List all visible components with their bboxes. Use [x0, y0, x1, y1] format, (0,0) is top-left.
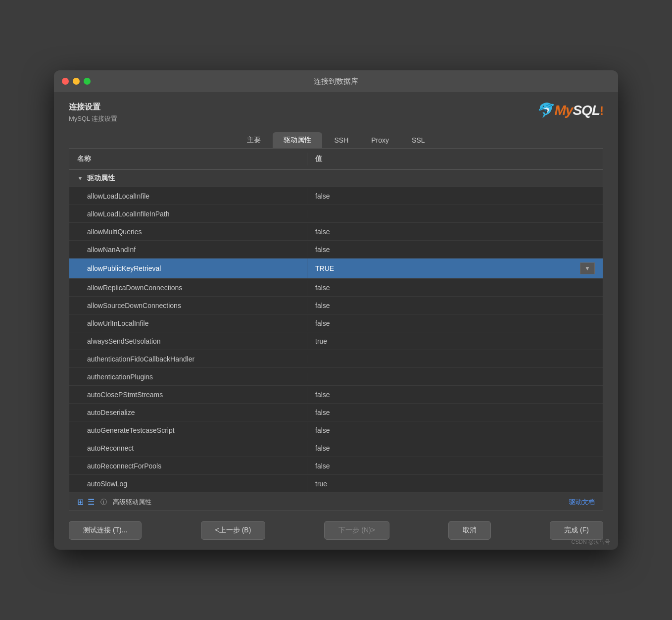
- advanced-label: 高级驱动属性: [113, 498, 151, 507]
- table-header: 名称 值: [69, 149, 603, 170]
- row-value: [307, 355, 603, 363]
- row-name: allowLoadLocalInfileInPath: [69, 206, 307, 222]
- row-name: autoDeserialize: [69, 405, 307, 420]
- maximize-button[interactable]: [84, 78, 91, 85]
- row-value: false: [307, 315, 603, 331]
- dropdown-arrow-icon[interactable]: ▼: [580, 262, 595, 274]
- table-row[interactable]: allowLoadLocalInfile false: [69, 187, 603, 205]
- table-row[interactable]: allowNanAndInf false: [69, 241, 603, 258]
- row-name: autoSlowLog: [69, 476, 307, 492]
- row-name: authenticationPlugins: [69, 369, 307, 385]
- table-row[interactable]: allowSourceDownConnections false: [69, 297, 603, 314]
- table-row[interactable]: autoReconnectForPools false: [69, 457, 603, 475]
- row-name: allowUrlInLocalInfile: [69, 315, 307, 331]
- row-name: allowReplicaDownConnections: [69, 280, 307, 296]
- cancel-button[interactable]: 取消: [448, 521, 491, 540]
- section-header-driver[interactable]: ▼ 驱动属性: [69, 170, 603, 187]
- row-value: false: [307, 422, 603, 438]
- row-value: true: [307, 333, 603, 349]
- column-name-header: 名称: [69, 153, 307, 165]
- row-value: false: [307, 188, 603, 204]
- row-name: allowMultiQueries: [69, 224, 307, 240]
- header-left: 连接设置 MySQL 连接设置: [69, 102, 117, 123]
- row-name: allowLoadLocalInfile: [69, 188, 307, 204]
- table-row[interactable]: allowReplicaDownConnections false: [69, 279, 603, 297]
- table-row[interactable]: autoReconnect false: [69, 439, 603, 457]
- row-value: true: [307, 476, 603, 492]
- close-button[interactable]: [62, 78, 69, 85]
- table-row[interactable]: alwaysSendSetIsolation true: [69, 332, 603, 350]
- row-name: authenticationFidoCallbackHandler: [69, 351, 307, 367]
- table-row[interactable]: autoSlowLog true: [69, 475, 603, 493]
- section-title: 连接设置: [69, 102, 117, 112]
- row-name: allowNanAndInf: [69, 242, 307, 258]
- add-icon[interactable]: ⊞: [77, 497, 84, 507]
- properties-table: 名称 值 ▼ 驱动属性 allowLoadLocalInfile false: [69, 148, 603, 511]
- section-header-label: 驱动属性: [87, 174, 115, 183]
- table-row[interactable]: allowUrlInLocalInfile false: [69, 314, 603, 332]
- row-name: allowSourceDownConnections: [69, 298, 307, 313]
- finish-button[interactable]: 完成 (F): [550, 521, 603, 540]
- content-area: 连接设置 MySQL 连接设置 🐬 MySQL! 主要 驱动属性 SSH Pro…: [54, 92, 618, 511]
- toolbar-icons: ⊞ ☰ ⓘ: [77, 497, 107, 507]
- next-step-button[interactable]: 下一步 (N)>: [324, 521, 389, 540]
- info-icon: ⓘ: [100, 498, 107, 507]
- chevron-down-icon: ▼: [77, 175, 83, 182]
- window-controls[interactable]: [62, 78, 91, 85]
- mysql-text: MySQL!: [555, 103, 603, 118]
- row-name: autoClosePStmtStreams: [69, 387, 307, 403]
- tab-main[interactable]: 主要: [236, 132, 272, 148]
- row-value: false: [307, 387, 603, 403]
- row-value: false: [307, 458, 603, 474]
- row-name: autoReconnect: [69, 440, 307, 456]
- table-row[interactable]: authenticationPlugins: [69, 368, 603, 386]
- row-value: TRUE ▼: [307, 258, 603, 278]
- tab-ssl[interactable]: SSL: [401, 132, 435, 148]
- test-connection-button[interactable]: 测试连接 (T)...: [69, 521, 142, 540]
- table-row[interactable]: autoGenerateTestcaseScript false: [69, 421, 603, 439]
- table-row-selected[interactable]: allowPublicKeyRetrieval TRUE ▼: [69, 258, 603, 279]
- prev-step-button[interactable]: <上一步 (B): [201, 521, 266, 540]
- window-title: 连接到数据库: [314, 77, 358, 86]
- row-value: [307, 210, 603, 218]
- section-subtitle: MySQL 连接设置: [69, 114, 117, 123]
- row-value: false: [307, 405, 603, 420]
- watermark: CSDN @汝马号: [572, 538, 610, 546]
- table-row[interactable]: authenticationFidoCallbackHandler: [69, 350, 603, 368]
- table-row[interactable]: autoClosePStmtStreams false: [69, 386, 603, 404]
- tab-driver[interactable]: 驱动属性: [273, 132, 322, 148]
- header-row: 连接设置 MySQL 连接设置 🐬 MySQL!: [69, 102, 603, 123]
- table-row[interactable]: autoDeserialize false: [69, 404, 603, 421]
- row-value: false: [307, 298, 603, 313]
- driver-doc-link[interactable]: 驱动文档: [569, 498, 595, 507]
- mysql-logo: 🐬 MySQL!: [536, 102, 603, 118]
- row-value: false: [307, 440, 603, 456]
- tab-ssh[interactable]: SSH: [323, 132, 359, 148]
- dolphin-icon: 🐬: [536, 102, 553, 118]
- row-name: alwaysSendSetIsolation: [69, 333, 307, 349]
- bottom-bar: ⊞ ☰ ⓘ 高级驱动属性 驱动文档: [69, 493, 603, 511]
- row-name: allowPublicKeyRetrieval: [69, 260, 307, 276]
- table-row[interactable]: allowMultiQueries false: [69, 223, 603, 241]
- tab-bar: 主要 驱动属性 SSH Proxy SSL: [69, 132, 603, 148]
- row-name: autoReconnectForPools: [69, 458, 307, 474]
- column-value-header: 值: [307, 153, 603, 165]
- row-value: [307, 373, 603, 381]
- table-row[interactable]: allowLoadLocalInfileInPath: [69, 205, 603, 223]
- row-name: autoGenerateTestcaseScript: [69, 422, 307, 438]
- row-value: false: [307, 224, 603, 240]
- tab-proxy[interactable]: Proxy: [360, 132, 400, 148]
- row-value: false: [307, 280, 603, 296]
- minimize-button[interactable]: [73, 78, 80, 85]
- row-value: false: [307, 242, 603, 258]
- titlebar: 连接到数据库: [54, 70, 618, 92]
- table-body: ▼ 驱动属性 allowLoadLocalInfile false allowL…: [69, 170, 603, 493]
- footer: 测试连接 (T)... <上一步 (B) 下一步 (N)> 取消 完成 (F): [54, 511, 618, 550]
- remove-icon[interactable]: ☰: [88, 497, 95, 507]
